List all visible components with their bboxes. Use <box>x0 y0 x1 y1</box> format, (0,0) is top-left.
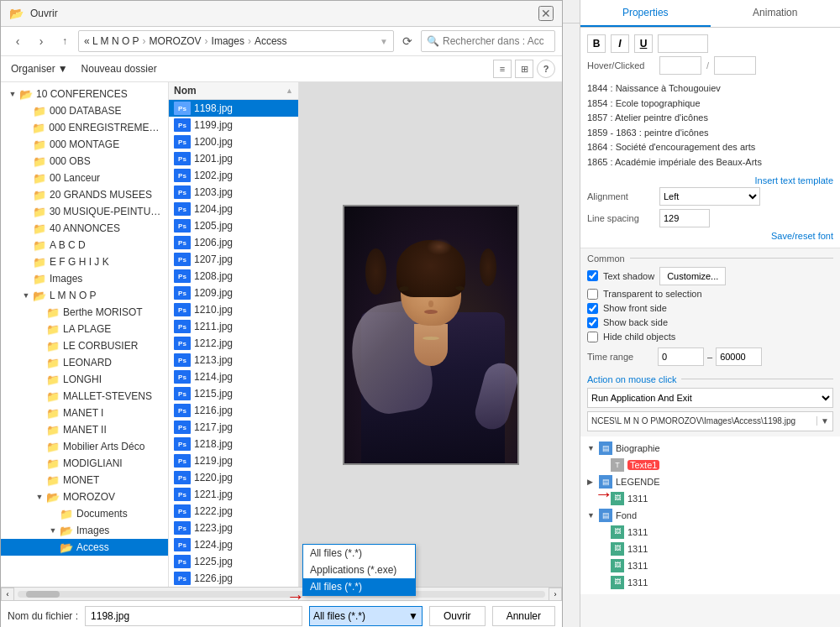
insert-template-link[interactable]: Insert text template <box>587 174 833 187</box>
transparent-checkbox[interactable] <box>587 289 598 300</box>
list-item[interactable]: Ps1204.jpg <box>169 201 298 217</box>
list-item[interactable]: Ps1221.jpg <box>169 486 298 503</box>
time-from-input[interactable] <box>658 347 704 366</box>
sidebar-item-000-obs[interactable]: 📁000 OBS <box>1 153 168 170</box>
list-item[interactable]: Ps1218.jpg <box>169 436 298 452</box>
hide-child-checkbox[interactable] <box>587 332 598 342</box>
sidebar-item-10-conferences[interactable]: ▼📂10 CONFERENCES <box>1 86 168 102</box>
tree-panel-item[interactable]: ▼▤Biographie <box>580 440 840 457</box>
sidebar-item-30-musique-peinture[interactable]: 📁30 MUSIQUE-PEINTURE <box>1 203 168 220</box>
sidebar-item-morozov[interactable]: ▼📂MOROZOV <box>1 489 168 505</box>
list-item[interactable]: Ps1223.jpg <box>169 520 298 536</box>
sidebar-item-mobilier-arts-déco[interactable]: 📁Mobilier Arts Déco <box>1 438 168 455</box>
list-view-button[interactable]: ≡ <box>493 60 512 78</box>
path-display[interactable]: NCES\L M N O P\MOROZOV\Images\Access\119… <box>587 411 833 431</box>
tree-panel-item[interactable]: 🖼1311 <box>580 490 840 507</box>
dropdown-option[interactable]: All files (*.*) <box>303 545 415 562</box>
tree-panel-item[interactable]: 🖼1311 <box>580 574 840 591</box>
search-input[interactable] <box>443 35 543 47</box>
grid-view-button[interactable]: ⊞ <box>515 60 533 78</box>
underline-button[interactable]: U <box>634 34 653 53</box>
time-to-input[interactable] <box>716 347 762 366</box>
back-button[interactable]: ‹ <box>8 31 28 51</box>
sidebar-item-le-corbusier[interactable]: 📁LE CORBUSIER <box>1 337 168 354</box>
tree-panel-item[interactable]: ▶▤LEGENDE <box>580 473 840 490</box>
list-item[interactable]: Ps1209.jpg <box>169 285 298 301</box>
sidebar-item-documents[interactable]: 📁Documents <box>1 505 168 522</box>
sidebar-item-monet[interactable]: 📁MONET <box>1 472 168 489</box>
list-item[interactable]: Ps1222.jpg <box>169 503 298 520</box>
sidebar-item-20-grands-musees[interactable]: 📁20 GRANDS MUSEES <box>1 186 168 203</box>
list-item[interactable]: Ps1212.jpg <box>169 335 298 352</box>
list-item[interactable]: Ps1207.jpg <box>169 251 298 268</box>
tab-properties[interactable]: Properties <box>580 0 711 27</box>
sidebar-item-e-f-g-h-i-j-k[interactable]: 📁E F G H I J K <box>1 253 168 270</box>
list-item[interactable]: Ps1219.jpg <box>169 452 298 469</box>
sidebar-item-berthe-morisot[interactable]: 📁Berthe MORISOT <box>1 304 168 321</box>
tree-panel-item[interactable]: 🖼1311 <box>580 524 840 541</box>
text-color-box[interactable] <box>658 34 708 53</box>
sidebar-item-000-enregistrements[interactable]: 📁000 ENREGISTREMENTS <box>1 119 168 136</box>
dropdown-option[interactable]: All files (*.*) <box>303 578 415 595</box>
sidebar-item-modigliani[interactable]: 📁MODIGLIANI <box>1 455 168 472</box>
help-button[interactable]: ? <box>537 60 555 78</box>
bold-button[interactable]: B <box>587 34 606 53</box>
clicked-color-box[interactable] <box>714 56 756 75</box>
sidebar-item-access[interactable]: 📂Access <box>1 539 168 556</box>
refresh-button[interactable]: ⟳ <box>397 31 417 51</box>
up-button[interactable]: ↑ <box>55 31 75 51</box>
dialog-close-button[interactable]: ✕ <box>538 6 554 21</box>
path-dropdown-arrow[interactable]: ▼ <box>816 416 832 426</box>
organiser-button[interactable]: Organiser ▼ <box>8 61 71 76</box>
italic-button[interactable]: I <box>611 34 629 53</box>
sidebar-item-la-plage[interactable]: 📁LA PLAGE <box>1 321 168 337</box>
sidebar-item-l-m-n-o-p[interactable]: ▼📂L M N O P <box>1 287 168 304</box>
forward-button[interactable]: › <box>31 31 51 51</box>
sidebar-item-mallet-stevens[interactable]: 📁MALLET-STEVENS <box>1 388 168 405</box>
list-item[interactable]: Ps1215.jpg <box>169 385 298 402</box>
list-item[interactable]: Ps1214.jpg <box>169 368 298 385</box>
horizontal-scrollbar[interactable]: ‹ › <box>1 587 562 600</box>
list-item[interactable]: Ps1203.jpg <box>169 184 298 201</box>
tree-panel-item[interactable]: ▼▤Fond <box>580 507 840 524</box>
list-item[interactable]: Ps1208.jpg <box>169 268 298 285</box>
hover-color-box[interactable] <box>659 56 701 75</box>
text-shadow-checkbox[interactable] <box>587 270 598 281</box>
list-item[interactable]: Ps1226.jpg <box>169 570 298 587</box>
customize-button[interactable]: Customize... <box>659 267 726 285</box>
tab-animation[interactable]: Animation <box>711 0 841 27</box>
list-item[interactable]: Ps1220.jpg <box>169 469 298 486</box>
tree-panel-item[interactable]: TTexte1 <box>580 457 840 473</box>
scroll-left-button[interactable]: ‹ <box>1 588 14 601</box>
scroll-right-button[interactable]: › <box>549 588 562 601</box>
open-button[interactable]: Ouvrir <box>429 606 486 626</box>
sidebar-item-leonard[interactable]: 📁LEONARD <box>1 354 168 371</box>
list-item[interactable]: Ps1224.jpg <box>169 536 298 553</box>
show-front-checkbox[interactable] <box>587 303 598 314</box>
list-item[interactable]: Ps1200.jpg <box>169 133 298 150</box>
cancel-button[interactable]: Annuler <box>492 606 555 626</box>
save-reset-link[interactable]: Save/reset font <box>587 231 833 241</box>
list-item[interactable]: Ps1205.jpg <box>169 217 298 234</box>
sidebar-item-40-annonces[interactable]: 📁40 ANNONCES <box>1 220 168 237</box>
list-item[interactable]: Ps1216.jpg <box>169 402 298 419</box>
breadcrumb[interactable]: « L M N O P › MOROZOV › Images › Access … <box>78 30 394 52</box>
tree-panel-item[interactable]: 🖼1311 <box>580 557 840 574</box>
sidebar-item-longhi[interactable]: 📁LONGHI <box>1 371 168 388</box>
list-item[interactable]: Ps1202.jpg <box>169 167 298 184</box>
search-bar[interactable]: 🔍 <box>421 30 555 52</box>
nouveau-dossier-button[interactable]: Nouveau dossier <box>78 61 160 76</box>
action-select[interactable]: Run Application And Exit Open URL None <box>587 388 833 408</box>
list-item[interactable]: Ps1213.jpg <box>169 352 298 368</box>
show-back-checkbox[interactable] <box>587 317 598 328</box>
list-item[interactable]: Ps1225.jpg <box>169 553 298 570</box>
tree-panel-item[interactable]: 🖼1311 <box>580 541 840 557</box>
list-item[interactable]: Ps1198.jpg <box>169 100 298 117</box>
list-item[interactable]: Ps1217.jpg <box>169 419 298 436</box>
list-item[interactable]: Ps1201.jpg <box>169 150 298 167</box>
sidebar-item-000-montage[interactable]: 📁000 MONTAGE <box>1 136 168 153</box>
list-item[interactable]: Ps1211.jpg <box>169 318 298 335</box>
dropdown-option[interactable]: Applications (*.exe) <box>303 562 415 578</box>
list-item[interactable]: Ps1206.jpg <box>169 234 298 251</box>
filetype-select[interactable]: All files (*.*) ▼ <box>309 606 423 626</box>
